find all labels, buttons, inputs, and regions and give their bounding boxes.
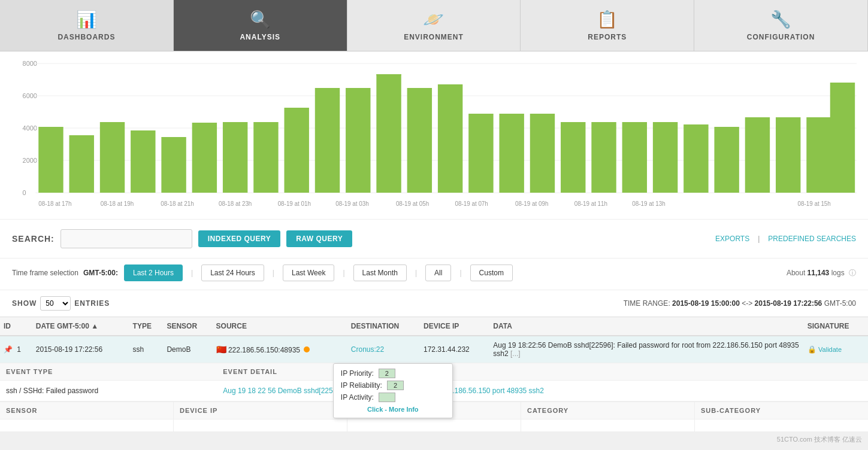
svg-rect-18 (284, 108, 309, 193)
reports-icon: 📋 (597, 10, 618, 29)
exports-button[interactable]: EXPORTS (715, 235, 749, 243)
cell-type: ssh (129, 336, 164, 363)
tf-last24h-button[interactable]: Last 24 Hours (201, 264, 264, 281)
time-range-label: TIME RANGE: (624, 299, 670, 308)
timeframe-bar: Time frame selection GMT-5:00: Last 2 Ho… (0, 258, 868, 290)
nav-reports[interactable]: 📋 REPORTS (521, 0, 694, 51)
table-row: 📌 1 2015-08-19 17:22:56 ssh DemoB 🇨🇳 222… (0, 336, 868, 363)
svg-rect-22 (376, 74, 401, 75)
svg-text:08-19 at 05h: 08-19 at 05h (396, 200, 429, 207)
cell-destination: Cronus:22 IP Priority: 2 IP Reliability:… (347, 336, 420, 363)
data-table-wrap: ID DATE GMT-5:00 ▲ TYPE SENSOR SOURCE DE… (0, 317, 868, 432)
timeframe-left: Time frame selection GMT-5:00: Last 2 Ho… (12, 264, 514, 281)
event-type-value: ssh / SSHd: Failed password (0, 381, 217, 401)
nav-environment[interactable]: 🪐 ENVIRONMENT (347, 0, 521, 51)
sub-category-body (695, 419, 868, 431)
svg-rect-12 (100, 122, 125, 193)
svg-rect-33 (714, 127, 739, 193)
tf-last2h-button[interactable]: Last 2 Hours (124, 264, 183, 281)
tooltip-row-reliability: IP Reliability: 2 (341, 381, 445, 390)
nav-analysis[interactable]: 🔍 ANALYSIS (174, 0, 347, 51)
search-input[interactable] (61, 229, 192, 248)
category-body (521, 419, 694, 431)
svg-rect-14 (161, 137, 186, 193)
svg-rect-20 (346, 88, 370, 193)
tf-all-button[interactable]: All (425, 264, 451, 281)
product-type-body (347, 419, 521, 431)
tooltip-priority-value: 2 (379, 369, 395, 378)
sub-category-col: SUB-CATEGORY (695, 402, 868, 431)
environment-icon: 🪐 (423, 10, 444, 29)
svg-rect-15 (192, 123, 217, 193)
svg-rect-26 (499, 114, 524, 193)
lock-icon: 🔒 (807, 345, 816, 354)
col-header-source[interactable]: SOURCE (213, 317, 347, 336)
dashboards-icon: 📊 (76, 10, 97, 29)
cell-signature: 🔒 Validate (804, 336, 868, 363)
col-header-data[interactable]: DATA (489, 317, 803, 336)
tooltip-activity-label: IP Activity: (341, 393, 374, 402)
indexed-query-button[interactable]: INDEXED QUERY (198, 230, 280, 247)
svg-text:08-18 at 19h: 08-18 at 19h (101, 200, 134, 207)
table-controls: SHOW 50 25 100 ENTRIES TIME RANGE: 2015-… (0, 290, 868, 317)
cell-device-ip: 172.31.44.232 (420, 336, 489, 363)
svg-rect-11 (69, 135, 94, 193)
source-indicator (304, 346, 310, 352)
entries-select[interactable]: 50 25 100 (40, 296, 71, 311)
col-header-type[interactable]: TYPE (129, 317, 164, 336)
data-table: ID DATE GMT-5:00 ▲ TYPE SENSOR SOURCE DE… (0, 317, 868, 432)
device-ip-col: DEVICE IP (174, 402, 347, 431)
time-range-end: 2015-08-19 17:22:56 (755, 299, 822, 308)
svg-text:08-19 at 01h: 08-19 at 01h (278, 200, 311, 207)
col-header-signature[interactable]: SIGNATURE (804, 317, 868, 336)
svg-rect-19 (315, 88, 340, 193)
tf-custom-button[interactable]: Custom (470, 264, 513, 281)
sensor-header: SENSOR (0, 402, 173, 419)
col-header-destination[interactable]: DESTINATION (347, 317, 420, 336)
tooltip-priority-label: IP Priority: (341, 369, 374, 378)
tooltip-more-info[interactable]: Click - More Info (341, 406, 445, 413)
svg-text:08-19 at 09h: 08-19 at 09h (515, 200, 548, 207)
tf-lastweek-button[interactable]: Last Week (283, 264, 334, 281)
cell-data: Aug 19 18:22:56 DemoB sshd[22596]: Faile… (489, 336, 803, 363)
bar-chart: 8000 6000 4000 2000 0 (6, 57, 862, 219)
event-type-header: EVENT TYPE (0, 363, 217, 381)
svg-rect-28 (561, 122, 585, 193)
search-label: SEARCH: (12, 234, 55, 244)
flag-china: 🇨🇳 (216, 345, 226, 354)
col-header-id[interactable]: ID (0, 317, 32, 336)
time-range-area: TIME RANGE: 2015-08-19 15:00:00 <-> 2015… (624, 299, 856, 308)
svg-text:08-18 at 17h: 08-18 at 17h (38, 200, 71, 207)
event-detail-body: Aug 19 18 22 56 DemoB sshd[22596] Failed… (217, 381, 868, 401)
raw-query-button[interactable]: RAW QUERY (286, 230, 352, 247)
svg-rect-16 (223, 122, 247, 193)
destination-value[interactable]: Cronus:22 (351, 345, 384, 354)
device-ip-body (174, 419, 347, 431)
data-truncate-indicator: [...] (510, 349, 521, 358)
cell-date: 2015-08-19 17:22:56 (32, 336, 129, 363)
col-header-device-ip[interactable]: DEVICE IP (420, 317, 489, 336)
category-col: CATEGORY (521, 402, 695, 431)
col-header-date[interactable]: DATE GMT-5:00 ▲ (32, 317, 129, 336)
logs-count: 11,143 (807, 269, 830, 277)
svg-rect-24 (438, 84, 462, 193)
svg-rect-32 (683, 124, 708, 193)
validate-link[interactable]: Validate (818, 346, 842, 353)
nav-dashboards[interactable]: 📊 DASHBOARDS (0, 0, 174, 51)
chart-area: 8000 6000 4000 2000 0 (0, 51, 868, 219)
time-range-start: 2015-08-19 15:00:00 (672, 299, 740, 308)
svg-rect-34 (745, 117, 770, 193)
predefined-searches-button[interactable]: PREDEFINED SEARCHES (768, 235, 856, 243)
category-header: CATEGORY (521, 402, 694, 419)
tf-lastmonth-button[interactable]: Last Month (353, 264, 407, 281)
analysis-label: ANALYSIS (240, 33, 280, 41)
show-entries-area: SHOW 50 25 100 ENTRIES (12, 296, 110, 311)
svg-text:08-19 at 03h: 08-19 at 03h (335, 200, 368, 207)
logs-about-label: About (787, 269, 805, 277)
nav-configuration[interactable]: 🔧 CONFIGURATION (694, 0, 868, 51)
svg-rect-37 (830, 83, 855, 193)
cell-sensor: DemoB (163, 336, 212, 363)
svg-rect-29 (591, 122, 616, 193)
sensor-body (0, 419, 173, 431)
col-header-sensor[interactable]: SENSOR (163, 317, 212, 336)
